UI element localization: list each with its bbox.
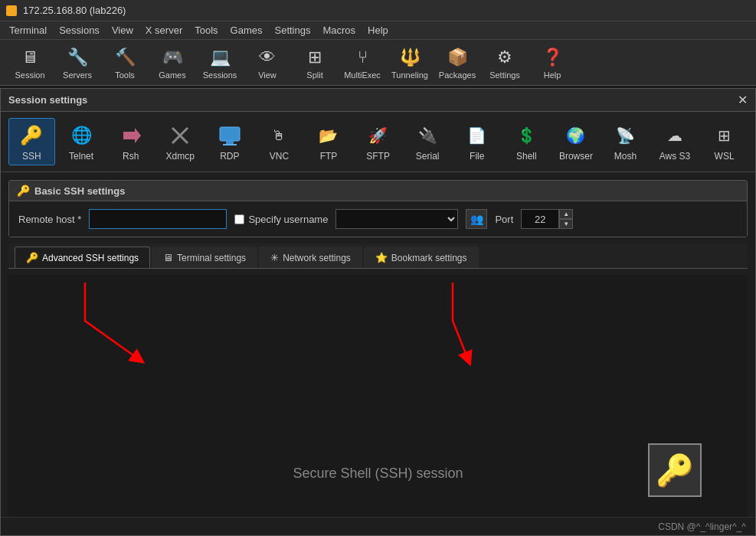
title-bar: 172.25.168.80 (lab226) — [0, 0, 756, 21]
toolbar-view-button[interactable]: 👁 View — [244, 43, 291, 83]
session-type-rdp[interactable]: RDP — [207, 119, 254, 165]
basic-ssh-header: 🔑 Basic SSH settings — [9, 181, 747, 201]
session-type-mosh[interactable]: 📡 Mosh — [602, 119, 649, 165]
session-type-rsh[interactable]: Rsh — [107, 119, 154, 165]
title-text: 172.25.168.80 (lab226) — [23, 5, 126, 16]
toolbar-session-button[interactable]: 🖥 Session — [6, 43, 54, 83]
toolbar-tunneling-button[interactable]: 🔱 Tunneling — [386, 43, 434, 83]
basic-ssh-title: Basic SSH settings — [34, 185, 126, 197]
menu-sessions[interactable]: Sessions — [53, 23, 106, 38]
ssh-settings-row: Remote host * Specify username 👥 Port ▲ — [9, 201, 747, 237]
awss3-icon: ☁ — [661, 122, 689, 149]
remote-host-label: Remote host * — [18, 214, 81, 225]
remote-host-input[interactable] — [89, 209, 227, 229]
bookmark-tab-icon: ⭐ — [375, 252, 388, 263]
tab-advanced-ssh[interactable]: 🔑 Advanced SSH settings — [15, 247, 150, 268]
session-type-file[interactable]: 📄 File — [453, 119, 500, 165]
bottom-bar-text: CSDN @^_^linger^_^ — [658, 521, 746, 532]
toolbar-multiexec-button[interactable]: ⑂ MultiExec — [339, 43, 386, 83]
menu-help[interactable]: Help — [362, 23, 394, 38]
svg-rect-3 — [226, 141, 234, 144]
bottom-bar: CSDN @^_^linger^_^ — [1, 517, 755, 535]
serial-icon: 🔌 — [414, 122, 441, 149]
toolbar-packages-button[interactable]: 📦 Packages — [434, 43, 481, 83]
port-spinner: ▲ ▼ — [521, 209, 573, 229]
session-type-sftp[interactable]: 🚀 SFTP — [355, 119, 401, 165]
rsh-icon — [117, 122, 145, 149]
username-dropdown[interactable] — [335, 209, 458, 229]
toolbar-games-button[interactable]: 🎮 Games — [149, 43, 196, 83]
session-type-serial[interactable]: 🔌 Serial — [404, 119, 451, 165]
rdp-icon — [216, 122, 244, 149]
vnc-icon: 🖱 — [265, 122, 293, 149]
port-label: Port — [495, 214, 513, 225]
menu-terminal[interactable]: Terminal — [3, 23, 53, 38]
specify-username-label: Specify username — [248, 214, 328, 225]
content-area: Secure Shell (SSH) session 🔑 — [8, 275, 748, 528]
session-type-browser[interactable]: 🌍 Browser — [553, 119, 600, 165]
toolbar-sessions-button[interactable]: 💻 Sessions — [196, 43, 244, 83]
terminal-tab-icon: 🖥 — [163, 252, 173, 263]
terminal-tab-label: Terminal settings — [177, 253, 246, 263]
session-type-awss3[interactable]: ☁ Aws S3 — [652, 119, 699, 165]
basic-ssh-panel: 🔑 Basic SSH settings Remote host * Speci… — [8, 180, 748, 237]
port-input[interactable] — [521, 209, 559, 229]
split-icon: ⊞ — [303, 46, 326, 69]
ftp-icon: 📂 — [315, 122, 342, 149]
file-icon: 📄 — [463, 122, 491, 149]
shell-icon: 💲 — [512, 122, 540, 149]
toolbar-help-button[interactable]: ❓ Help — [529, 43, 576, 83]
tab-network-settings[interactable]: ✳ Network settings — [259, 247, 362, 268]
ssh-description: Secure Shell (SSH) session — [293, 466, 463, 482]
telnet-icon: 🌐 — [67, 122, 95, 149]
specify-username-checkbox[interactable] — [234, 214, 244, 224]
session-type-wsl[interactable]: ⊞ WSL — [701, 119, 748, 165]
toolbar-settings-button[interactable]: ⚙ Settings — [481, 43, 529, 83]
user-book-button[interactable]: 👥 — [466, 209, 487, 229]
menu-macros[interactable]: Macros — [316, 23, 362, 38]
session-type-telnet[interactable]: 🌐 Telnet — [58, 119, 105, 165]
specify-username-checkbox-group: Specify username — [234, 214, 328, 225]
dialog-title-bar: Session settings ✕ — [1, 89, 755, 112]
port-increment-button[interactable]: ▲ — [559, 209, 573, 219]
port-decrement-button[interactable]: ▼ — [559, 219, 573, 229]
menu-tools[interactable]: Tools — [188, 23, 224, 38]
menu-view[interactable]: View — [106, 23, 139, 38]
toolbar-split-button[interactable]: ⊞ Split — [291, 43, 339, 83]
mosh-icon: 📡 — [611, 122, 639, 149]
ssh-icon: 🔑 — [18, 122, 45, 149]
network-tab-icon: ✳ — [270, 252, 279, 263]
menu-games[interactable]: Games — [224, 23, 269, 38]
port-spinner-buttons: ▲ ▼ — [559, 209, 573, 229]
network-tab-label: Network settings — [283, 253, 351, 263]
tools-icon: 🔨 — [113, 46, 136, 69]
session-type-shell[interactable]: 💲 Shell — [503, 119, 550, 165]
toolbar: 🖥 Session 🔧 Servers 🔨 Tools 🎮 Games 💻 Se… — [0, 40, 756, 86]
dialog-close-button[interactable]: ✕ — [738, 93, 748, 107]
dialog-title: Session settings — [8, 94, 87, 106]
advanced-ssh-tab-icon: 🔑 — [26, 252, 38, 263]
tab-terminal-settings[interactable]: 🖥 Terminal settings — [152, 247, 257, 268]
xdmcp-icon — [166, 122, 194, 149]
menu-settings[interactable]: Settings — [269, 23, 317, 38]
session-types-panel: 🔑 SSH 🌐 Telnet Rsh Xdmcp RDP 🖱 — [1, 112, 755, 172]
games-icon: 🎮 — [161, 46, 184, 69]
session-type-ftp[interactable]: 📂 FTP — [306, 119, 352, 165]
settings-tabs: 🔑 Advanced SSH settings 🖥 Terminal setti… — [8, 243, 748, 269]
sessions-icon: 💻 — [208, 46, 231, 69]
svg-rect-2 — [220, 127, 240, 141]
session-type-vnc[interactable]: 🖱 VNC — [256, 119, 303, 165]
svg-rect-4 — [223, 144, 237, 145]
key-icon-box: 🔑 — [648, 443, 702, 497]
session-type-xdmcp[interactable]: Xdmcp — [157, 119, 204, 165]
session-type-ssh[interactable]: 🔑 SSH — [8, 118, 55, 165]
toolbar-servers-button[interactable]: 🔧 Servers — [54, 43, 101, 83]
advanced-ssh-tab-label: Advanced SSH settings — [42, 253, 139, 263]
tab-bookmark-settings[interactable]: ⭐ Bookmark settings — [364, 247, 479, 268]
multiexec-icon: ⑂ — [351, 46, 374, 69]
menu-xserver[interactable]: X server — [139, 23, 188, 38]
session-icon: 🖥 — [18, 46, 41, 69]
bookmark-tab-label: Bookmark settings — [391, 253, 467, 263]
settings-icon: ⚙ — [493, 46, 516, 69]
toolbar-tools-button[interactable]: 🔨 Tools — [101, 43, 149, 83]
